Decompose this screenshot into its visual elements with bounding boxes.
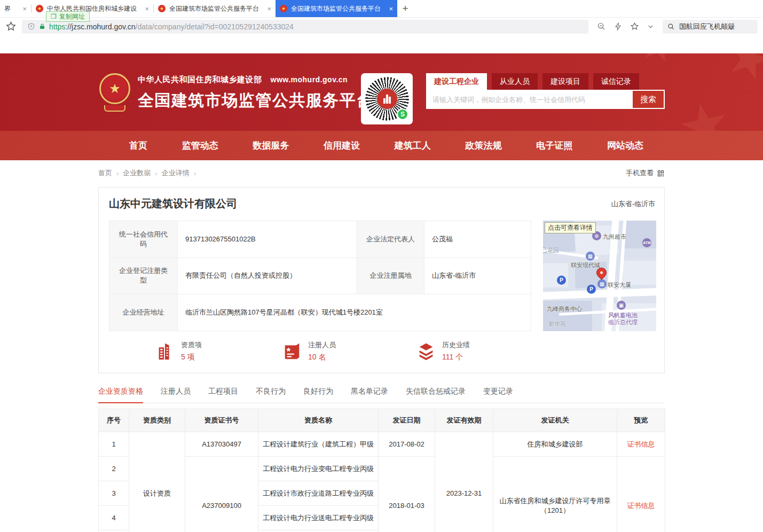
nav-item-supervision[interactable]: 监管动态 bbox=[182, 139, 218, 152]
zoom-out-icon[interactable] bbox=[597, 22, 606, 31]
cell-authority: 住房和城乡建设部 bbox=[493, 432, 617, 457]
search-icon bbox=[667, 23, 675, 30]
bookmark-star-icon[interactable] bbox=[5, 21, 17, 32]
cell-name: 工程设计电力行业送电工程专业丙级 bbox=[258, 506, 379, 530]
field-label: 企业经营地址 bbox=[109, 294, 178, 331]
col-header-cert-no: 资质证书号 bbox=[185, 409, 258, 432]
field-value: 有限责任公司（自然人投资或控股） bbox=[178, 257, 357, 294]
browser-tab-0[interactable]: 界 × bbox=[0, 0, 31, 17]
table-row: 企业经营地址 临沂市兰山区陶然路107号星河晶都（联安）现代城1号楼2201室 bbox=[109, 294, 531, 331]
cell-no: 1 bbox=[99, 432, 129, 457]
chevron-right-icon: › bbox=[116, 169, 119, 177]
nav-item-certificates[interactable]: 电子证照 bbox=[536, 139, 572, 152]
map-tooltip: 点击可查看详情 bbox=[545, 222, 596, 233]
cell-no: 2 bbox=[99, 457, 129, 481]
lock-icon bbox=[39, 23, 45, 30]
browser-window: 界 × ★ 中华人民共和国住房和城乡建设 × ★ 全国建筑市场监管公共服务平台 … bbox=[0, 0, 763, 532]
search-category-tabs: 建设工程企业 从业人员 建设项目 诚信记录 bbox=[426, 73, 665, 90]
company-name: 山东中元建筑设计有限公司 bbox=[109, 197, 237, 211]
nav-item-credit[interactable]: 信用建设 bbox=[324, 139, 360, 152]
nav-item-site-news[interactable]: 网站动态 bbox=[607, 139, 643, 152]
cell-name: 工程设计建筑行业（建筑工程）甲级 bbox=[258, 432, 379, 457]
tab-title: 界 bbox=[4, 4, 19, 13]
tab-title: 全国建筑市场监管公共服务平台 bbox=[169, 4, 263, 13]
map-label-xinhua: 新华苑 bbox=[548, 320, 566, 328]
breadcrumb-company-data[interactable]: 企业数据 bbox=[123, 168, 151, 178]
search-tab-personnel[interactable]: 从业人员 bbox=[492, 73, 538, 90]
url-host: ://jzsc.mohurd.gov.cn bbox=[65, 22, 135, 31]
address-bar[interactable]: https://jzsc.mohurd.gov.cn/data/company/… bbox=[22, 20, 588, 34]
keyword-search-input[interactable] bbox=[426, 90, 632, 109]
tab-registered-personnel[interactable]: 注册人员 bbox=[161, 387, 191, 403]
breadcrumb-company-detail[interactable]: 企业详情 bbox=[162, 168, 190, 178]
building-pin-icon: ▦ bbox=[597, 279, 607, 288]
stat-registered-personnel[interactable]: 注册人员 10 名 bbox=[282, 340, 336, 362]
new-tab-button[interactable]: + bbox=[397, 0, 413, 17]
stat-label: 历史业绩 bbox=[442, 340, 470, 350]
cell-authority: 山东省住房和城乡建设厅许可专用章 （1201） bbox=[493, 457, 617, 532]
breadcrumb-home[interactable]: 首页 bbox=[98, 168, 112, 178]
table-row: 1 设计资质 A137030497 工程设计建筑行业（建筑工程）甲级 2017-… bbox=[99, 432, 665, 457]
tab-qualifications[interactable]: 企业资质资格 bbox=[98, 387, 143, 403]
certificate-info-link[interactable]: 证书信息 bbox=[627, 502, 655, 510]
search-button[interactable]: 搜索 bbox=[632, 90, 665, 109]
tab-good-behavior[interactable]: 良好行为 bbox=[303, 387, 333, 403]
browser-tab-2[interactable]: ★ 全国建筑市场监管公共服务平台 × bbox=[154, 0, 276, 17]
ministry-url: www.mohurd.gov.cn bbox=[271, 75, 348, 84]
field-value: 91371302675501022B bbox=[178, 221, 357, 258]
tab-close-icon[interactable]: × bbox=[267, 5, 271, 13]
emblem-favicon-icon: ★ bbox=[36, 5, 43, 12]
stat-label: 资质项 bbox=[181, 340, 202, 350]
cell-cert-no: A137030497 bbox=[185, 432, 258, 457]
map-label-garden: 己花园 bbox=[543, 246, 559, 254]
field-value: 临沂市兰山区陶然路107号星河晶都（联安）现代城1号楼2201室 bbox=[178, 294, 531, 331]
field-label: 统一社会信用代码 bbox=[109, 221, 178, 258]
url-text: https://jzsc.mohurd.gov.cn/data/company/… bbox=[49, 22, 294, 31]
stat-value: 10 名 bbox=[308, 353, 336, 362]
emblem-favicon-icon: ★ bbox=[280, 5, 287, 12]
search-tab-credit[interactable]: 诚信记录 bbox=[593, 73, 639, 90]
stat-value: 111 个 bbox=[442, 353, 470, 362]
field-value: 公茂福 bbox=[424, 221, 531, 258]
tab-close-icon[interactable]: × bbox=[389, 5, 393, 13]
chevron-down-icon[interactable] bbox=[647, 23, 654, 30]
shield-icon[interactable] bbox=[27, 22, 35, 30]
search-tab-enterprise[interactable]: 建设工程企业 bbox=[426, 73, 487, 90]
battery-pin-icon: ▣ bbox=[617, 301, 626, 310]
tab-change-records[interactable]: 变更记录 bbox=[483, 387, 513, 403]
national-emblem-logo: ★ bbox=[99, 73, 130, 113]
table-row: 企业登记注册类型 有限责任公司（自然人投资或控股） 企业注册属地 山东省-临沂市 bbox=[109, 257, 531, 294]
qualification-table: 序号 资质类别 资质证书号 资质名称 发证日期 发证有效期 发证机关 预览 1 … bbox=[98, 409, 665, 532]
site-brand: 中华人民共和国住房和城乡建设部www.mohurd.gov.cn 全国建筑市场监… bbox=[138, 75, 373, 112]
map-label-lianan-city: 联安现代城 bbox=[571, 261, 600, 269]
detail-section-tabs: 企业资质资格 注册人员 工程项目 不良行为 良好行为 黑名单记录 失信联合惩戒记… bbox=[98, 387, 665, 403]
stat-historical-performance[interactable]: 历史业绩 111 个 bbox=[416, 340, 470, 362]
favorite-star-icon[interactable] bbox=[630, 22, 639, 31]
tab-close-icon[interactable]: × bbox=[145, 5, 149, 13]
nav-item-workers[interactable]: 建筑工人 bbox=[395, 139, 431, 152]
company-location-map[interactable]: 点击可查看详情 ⊙ 九州超市 ATM 己花园 ▦ 联安现代城 ▦ 联安大厦 P … bbox=[543, 221, 656, 331]
tab-blacklist[interactable]: 黑名单记录 bbox=[351, 387, 388, 403]
chevron-right-icon: › bbox=[155, 169, 157, 177]
mobile-view-button[interactable]: 手机查看 bbox=[626, 168, 665, 178]
tab-dishonesty-records[interactable]: 失信联合惩戒记录 bbox=[406, 387, 466, 403]
company-stats-row: 资质项 5 项 注册人员 10 名 历史业绩 111 个 bbox=[109, 340, 655, 362]
cell-name: 工程设计市政行业道路工程专业丙级 bbox=[258, 481, 379, 506]
search-tab-project[interactable]: 建设项目 bbox=[542, 73, 588, 90]
certificate-info-link[interactable]: 证书信息 bbox=[627, 440, 655, 448]
nav-item-home[interactable]: 首页 bbox=[129, 139, 147, 152]
tab-projects[interactable]: 工程项目 bbox=[208, 387, 238, 403]
nav-item-policy[interactable]: 政策法规 bbox=[466, 139, 502, 152]
platform-title: 全国建筑市场监管公共服务平台 bbox=[138, 90, 373, 112]
stat-qualifications[interactable]: 资质项 5 项 bbox=[155, 340, 202, 362]
authority-line-2: （1201） bbox=[498, 506, 612, 515]
tab-bad-behavior[interactable]: 不良行为 bbox=[256, 387, 286, 403]
flash-icon[interactable] bbox=[614, 22, 622, 31]
browser-search-box[interactable]: 国航回应飞机颠簸 bbox=[663, 20, 758, 34]
field-label: 企业法定代表人 bbox=[357, 221, 424, 258]
col-header-category: 资质类别 bbox=[129, 409, 185, 432]
browser-tab-3-active[interactable]: ★ 全国建筑市场监管公共服务平台 × bbox=[276, 0, 397, 17]
tab-close-icon[interactable]: × bbox=[22, 5, 27, 13]
nav-item-data-service[interactable]: 数据服务 bbox=[253, 139, 289, 152]
site-header-banner: ★ ★ ★ ★ 中华人民共和国住房和城乡建设部www.mohurd.gov.cn… bbox=[0, 53, 763, 131]
